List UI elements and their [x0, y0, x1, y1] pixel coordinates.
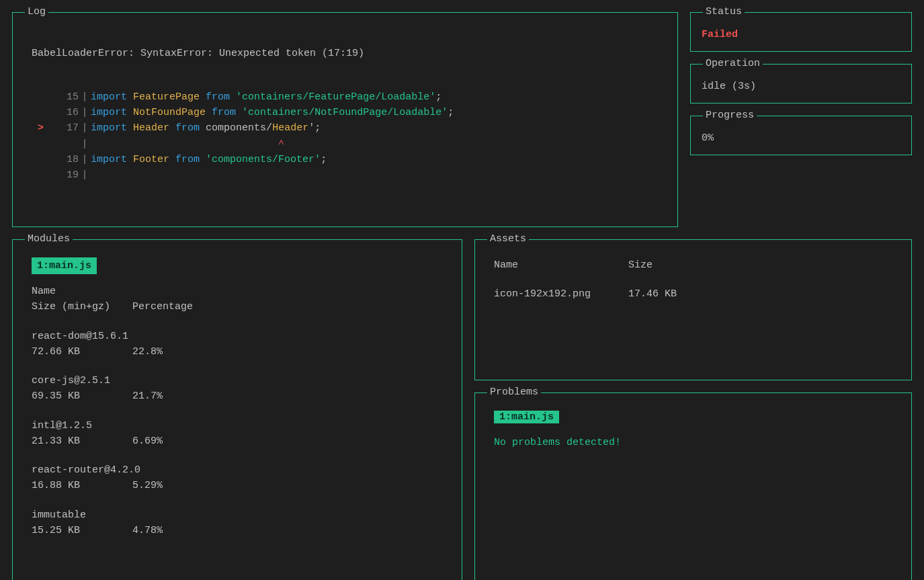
code-line-error: > 17 | import Header from components/Hea… [32, 120, 454, 136]
modules-panel: Modules 1:main.js Name Size (min+gz) Per… [12, 239, 462, 580]
module-pct: 5.29% [132, 478, 163, 493]
caret-line: | ^ [32, 136, 454, 152]
code-line: 16 | import NotFoundPage from 'container… [32, 105, 454, 120]
log-error-header: BabelLoaderError: SyntaxError: Unexpecte… [32, 46, 665, 61]
module-item: immutable 15.25 KB 4.78% [32, 507, 450, 539]
module-pct: 6.69% [132, 433, 163, 449]
module-size: 72.66 KB [32, 344, 132, 360]
progress-value: 0% [702, 132, 900, 144]
progress-panel: Progress 0% [690, 116, 912, 155]
error-marker-icon: > [32, 120, 44, 136]
module-pct: 22.8% [132, 344, 163, 360]
module-size: 21.33 KB [32, 433, 132, 449]
module-size: 69.35 KB [32, 388, 132, 404]
assets-header-size: Size [628, 257, 653, 273]
module-pct: 21.7% [132, 388, 163, 404]
modules-panel-title: Modules [25, 233, 73, 245]
log-panel-title: Log [25, 6, 48, 17]
assets-header-name: Name [494, 257, 628, 273]
problems-message: No problems detected! [494, 437, 899, 448]
operation-panel: Operation idle (3s) [690, 64, 912, 103]
status-panel: Status Failed [690, 12, 912, 52]
asset-item: icon-192x192.png 17.46 KB [494, 286, 899, 302]
assets-headers: Name Size [494, 257, 899, 273]
asset-name: icon-192x192.png [494, 286, 628, 302]
module-name: react-router@4.2.0 [32, 462, 450, 478]
operation-panel-title: Operation [703, 58, 763, 69]
modules-badge[interactable]: 1:main.js [32, 257, 97, 274]
log-panel: Log BabelLoaderError: SyntaxError: Unexp… [12, 12, 678, 227]
module-pct: 4.78% [132, 523, 163, 538]
module-item: react-dom@15.6.1 72.66 KB 22.8% [32, 329, 450, 360]
problems-badge[interactable]: 1:main.js [494, 411, 559, 423]
module-name: react-dom@15.6.1 [32, 329, 450, 344]
module-name: immutable [32, 507, 450, 523]
assets-panel-title: Assets [487, 233, 529, 245]
log-body: BabelLoaderError: SyntaxError: Unexpecte… [25, 30, 665, 214]
code-line: 15 | import FeaturePage from 'containers… [32, 89, 454, 105]
code-line: 18 | import Footer from 'components/Foot… [32, 152, 454, 167]
modules-header-pct: Percentage [132, 299, 193, 315]
code-line: 19 | [32, 167, 454, 183]
problems-panel: Problems 1:main.js No problems detected! [474, 392, 912, 580]
module-size: 15.25 KB [32, 523, 132, 538]
status-panel-title: Status [703, 6, 745, 17]
modules-header-name: Name [32, 284, 450, 299]
module-item: react-router@4.2.0 16.88 KB 5.29% [32, 462, 450, 494]
modules-headers: Name Size (min+gz) Percentage [32, 284, 450, 315]
code-block: 15 | import FeaturePage from 'containers… [32, 89, 454, 183]
status-value: Failed [702, 29, 900, 40]
modules-header-size: Size (min+gz) [32, 299, 132, 315]
module-name: intl@1.2.5 [32, 418, 450, 433]
caret-icon: ^ [278, 138, 284, 150]
module-item: core-js@2.5.1 69.35 KB 21.7% [32, 373, 450, 405]
module-size: 16.88 KB [32, 478, 132, 493]
assets-panel: Assets Name Size icon-192x192.png 17.46 … [474, 239, 912, 380]
problems-panel-title: Problems [487, 386, 541, 398]
module-name: core-js@2.5.1 [32, 373, 450, 388]
module-item: intl@1.2.5 21.33 KB 6.69% [32, 418, 450, 450]
operation-value: idle (3s) [702, 81, 900, 92]
progress-panel-title: Progress [703, 110, 757, 121]
asset-size: 17.46 KB [628, 286, 677, 302]
